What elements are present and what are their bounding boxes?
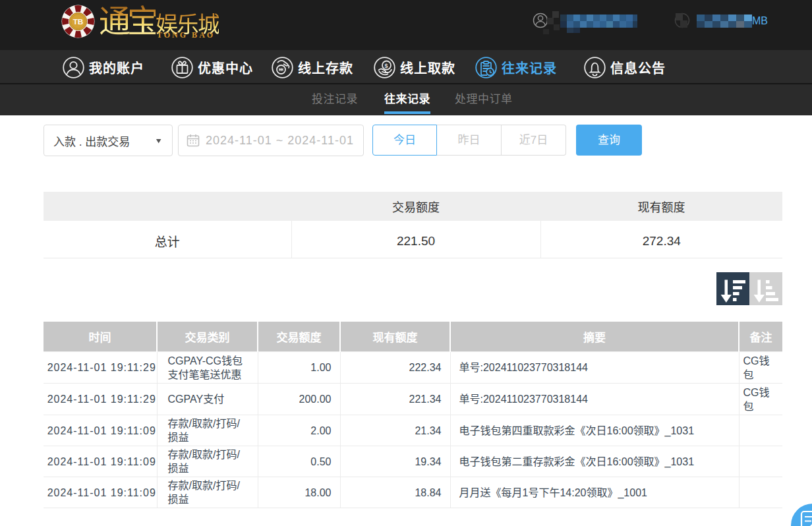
svg-text:TB: TB <box>73 17 84 26</box>
svg-text:$: $ <box>384 63 388 69</box>
svg-text:MB: MB <box>752 15 768 26</box>
